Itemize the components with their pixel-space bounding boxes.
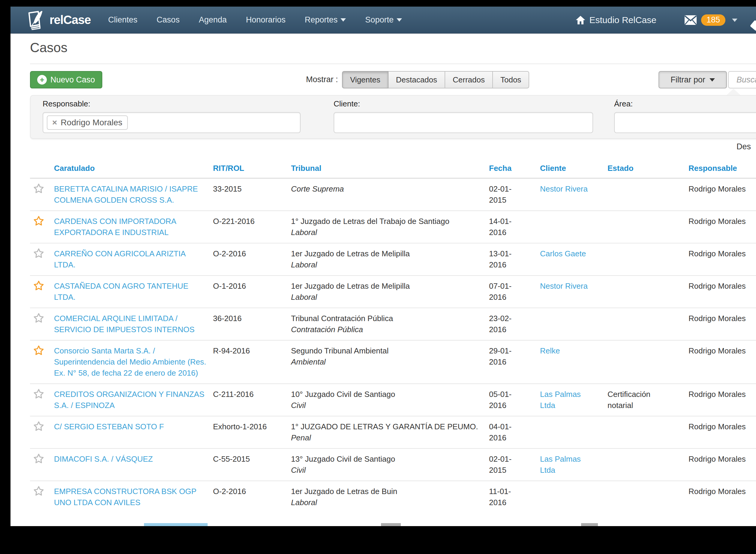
nav-item[interactable]: Casos (157, 15, 180, 24)
client-link[interactable]: Las Palmas Ltda (540, 390, 581, 410)
case-title-link[interactable]: COMERCIAL ARQLINE LIMITADA / SERVICIO DE… (54, 314, 195, 334)
nav-item[interactable]: Soporte (365, 15, 402, 24)
column-header[interactable]: Responsable (689, 156, 756, 178)
navbar-right: Estudio RelCase 185 (575, 7, 738, 34)
rit-cell: O-1-2016 (213, 276, 291, 308)
show-tab[interactable]: Cerrados (445, 71, 493, 89)
column-header[interactable]: Tribunal (291, 156, 489, 178)
table-body: BERETTA CATALINA MARISIO / ISAPRE COLMEN… (30, 178, 756, 513)
filter-field: Responsable: × Rodrigo Morales (43, 99, 301, 133)
tribunal-name: 1er Juzgado de Letras de Melipilla (291, 281, 483, 292)
column-header[interactable]: Fecha (489, 156, 540, 178)
tribunal-area: Penal (291, 432, 483, 443)
star-icon[interactable] (33, 312, 44, 324)
filter-field-input[interactable]: × Rodrigo Morales (43, 112, 301, 133)
case-title-link[interactable]: CARDENAS CON IMPORTADORA EXPORTADORA E I… (54, 217, 176, 237)
unread-count-badge[interactable]: 185 (701, 14, 725, 26)
table-row: Consorcio Santa Marta S.A. / Superintend… (30, 340, 756, 384)
clipped-row-sliver (581, 523, 598, 526)
responsable-cell: Rodrigo Morales (689, 178, 756, 211)
table-row: EMPRESA CONSTRUCTORA BSK OGP UNO LTDA CO… (30, 481, 756, 513)
brand-logo[interactable]: relCase (25, 10, 91, 30)
fecha-cell: 11-01-2016 (489, 481, 540, 513)
filter-field-input[interactable] (614, 112, 756, 133)
chevron-down-icon (709, 78, 715, 81)
tribunal-name: 13° Juzgado Civil de Santiago (291, 454, 483, 465)
nav-item-label: Reportes (305, 15, 338, 24)
show-tab[interactable]: Vigentes (342, 71, 389, 89)
column-header[interactable]: Cliente (540, 156, 607, 178)
table-row: CARREÑO CON AGRICOLA ARIZTIA LTDA. O-2-2… (30, 243, 756, 276)
estado-cell (607, 178, 689, 211)
case-title-link[interactable]: BERETTA CATALINA MARISIO / ISAPRE COLMEN… (54, 184, 198, 205)
table-row: CASTAÑEDA CON AGRO TANTEHUE LTDA. O-1-20… (30, 276, 756, 308)
remove-tag-icon[interactable]: × (52, 118, 57, 127)
case-title-link[interactable]: CARREÑO CON AGRICOLA ARIZTIA LTDA. (54, 249, 186, 269)
plus-icon: + (37, 75, 47, 85)
nav-item[interactable]: Honorarios (246, 15, 286, 24)
filter-by-button[interactable]: Filtrar por (658, 71, 727, 89)
account-menu[interactable]: Estudio RelCase (575, 15, 656, 25)
table-row: C/ SERGIO ESTEBAN SOTO F Exhorto-1-2016 … (30, 416, 756, 448)
star-icon[interactable] (33, 247, 44, 259)
new-case-button[interactable]: + Nuevo Caso (30, 71, 102, 89)
case-title-link[interactable]: C/ SERGIO ESTEBAN SOTO F (54, 422, 164, 431)
case-title-link[interactable]: CASTAÑEDA CON AGRO TANTEHUE LTDA. (54, 281, 188, 301)
estado-cell (607, 416, 689, 448)
client-link[interactable]: Nestor Rivera (540, 281, 588, 290)
relcase-logo-icon (25, 10, 47, 30)
chevron-down-icon (341, 18, 346, 21)
filter-field-input[interactable] (334, 112, 593, 133)
column-header[interactable]: Caratulado (54, 156, 213, 178)
star-icon[interactable] (33, 280, 44, 291)
tribunal-name: 1° JUZGADO DE LETRAS Y GARANTÍA DE PEUMO… (291, 421, 483, 432)
star-icon[interactable] (33, 183, 44, 194)
show-tab[interactable]: Todos (493, 71, 529, 89)
star-icon[interactable] (33, 388, 44, 400)
nav-item[interactable]: Clientes (108, 15, 138, 24)
client-link[interactable]: Nestor Rivera (540, 184, 588, 193)
column-header[interactable]: RIT/ROL (213, 156, 291, 178)
estado-cell (607, 308, 689, 340)
star-icon[interactable] (33, 421, 44, 432)
case-title-link[interactable]: CREDITOS ORGANIZACION Y FINANZAS S.A. / … (54, 390, 204, 410)
show-tab[interactable]: Destacados (389, 71, 445, 89)
filter-panel-pointer (726, 89, 741, 95)
tribunal-name: Segundo Tribunal Ambiental (291, 345, 483, 356)
nav-item-label: Honorarios (246, 15, 286, 24)
star-column-header (30, 156, 54, 178)
nav-item[interactable]: Agenda (199, 15, 227, 24)
filter-by-label: Filtrar por (670, 75, 705, 85)
tribunal-name: Tribunal Contratación Pública (291, 313, 483, 324)
tribunal-area: Laboral (291, 497, 483, 508)
estado-cell (607, 340, 689, 384)
client-link[interactable]: Las Palmas Ltda (540, 454, 581, 475)
star-icon[interactable] (33, 345, 44, 356)
nav-item[interactable]: Reportes (305, 15, 346, 24)
tribunal-area: Laboral (291, 292, 483, 303)
table-row: BERETTA CATALINA MARISIO / ISAPRE COLMEN… (30, 178, 756, 211)
selected-tag[interactable]: × Rodrigo Morales (47, 115, 128, 130)
case-title-link[interactable]: DIMACOFI S.A. / VÁSQUEZ (54, 454, 153, 463)
search-input[interactable] (728, 71, 756, 89)
star-icon[interactable] (33, 215, 44, 227)
nav-items: Clientes Casos Agenda Honorarios Reporte… (108, 15, 402, 24)
fecha-cell: 02-01-2015 (489, 178, 540, 211)
column-header[interactable]: Estado (607, 156, 689, 178)
rit-cell: O-2-2016 (213, 243, 291, 276)
mail-menu[interactable]: 185 (684, 14, 725, 26)
client-link[interactable]: Relke (540, 346, 560, 355)
star-icon[interactable] (33, 485, 44, 497)
responsable-cell: Rodrigo Morales (689, 416, 756, 448)
case-title-link[interactable]: EMPRESA CONSTRUCTORA BSK OGP UNO LTDA CO… (54, 487, 196, 507)
brand-name: relCase (50, 13, 91, 27)
table-row: CREDITOS ORGANIZACION Y FINANZAS S.A. / … (30, 384, 756, 416)
app-window: relCase Clientes Casos Agenda Honorarios… (10, 7, 756, 526)
client-link[interactable]: Carlos Gaete (540, 249, 586, 258)
case-title-link[interactable]: Consorcio Santa Marta S.A. / Superintend… (54, 346, 206, 377)
fecha-cell: 04-01-2016 (489, 416, 540, 448)
page-title: Casos (30, 40, 67, 55)
star-icon[interactable] (33, 453, 44, 464)
divider (30, 64, 756, 64)
chevron-down-icon[interactable] (732, 18, 738, 22)
